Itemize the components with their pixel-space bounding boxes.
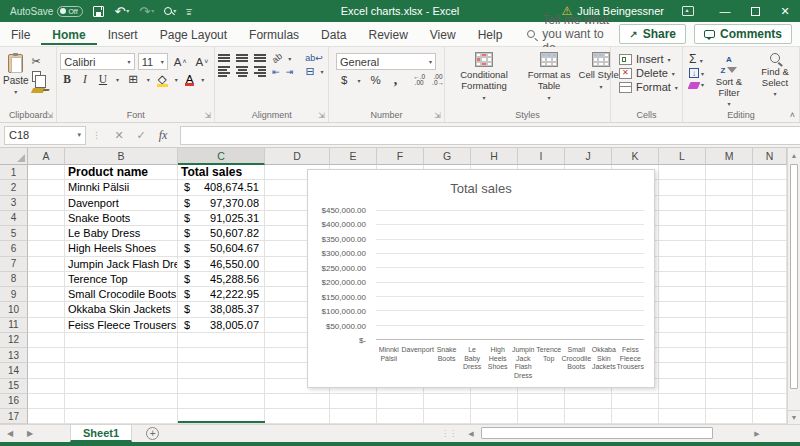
cell-N2[interactable] bbox=[753, 180, 787, 195]
number-format-select[interactable]: General ▾ bbox=[336, 53, 436, 70]
cell-D17[interactable] bbox=[265, 409, 330, 424]
paste-button[interactable]: Paste ▾ bbox=[3, 51, 29, 107]
cell-C5[interactable]: $50,607.82 bbox=[178, 226, 265, 241]
column-header-C[interactable]: C bbox=[178, 148, 265, 165]
cell-M1[interactable] bbox=[706, 165, 753, 180]
cell-L12[interactable] bbox=[659, 333, 706, 348]
cell-B15[interactable] bbox=[65, 379, 178, 394]
cell-A9[interactable] bbox=[28, 287, 65, 302]
cell-M16[interactable] bbox=[706, 394, 753, 409]
row-header-10[interactable]: 10 bbox=[0, 302, 28, 317]
find-select-button[interactable]: Find & Select ▾ bbox=[754, 52, 796, 107]
cell-M6[interactable] bbox=[706, 241, 753, 256]
chevron-down-icon[interactable]: ▾ bbox=[116, 76, 119, 83]
cell-C12[interactable] bbox=[178, 333, 265, 348]
cell-A5[interactable] bbox=[28, 226, 65, 241]
cell-I16[interactable] bbox=[518, 394, 565, 409]
cell-M10[interactable] bbox=[706, 302, 753, 317]
cell-L14[interactable] bbox=[659, 363, 706, 378]
chevron-down-icon[interactable]: ▾ bbox=[147, 76, 150, 83]
cell-B12[interactable] bbox=[65, 333, 178, 348]
undo-button[interactable]: ↶▾ bbox=[114, 5, 129, 18]
cell-G16[interactable] bbox=[424, 394, 471, 409]
cell-B7[interactable]: Jumpin Jack Flash Dress bbox=[65, 257, 178, 272]
chevron-down-icon[interactable]: ▾ bbox=[201, 76, 204, 83]
align-left-button[interactable] bbox=[218, 66, 230, 76]
comma-style-button[interactable]: , bbox=[391, 72, 401, 88]
cell-C6[interactable]: $50,604.67 bbox=[178, 241, 265, 256]
insert-function-button[interactable]: fx bbox=[152, 128, 174, 143]
cell-C2[interactable]: $408,674.51 bbox=[178, 180, 265, 195]
cell-N17[interactable] bbox=[753, 409, 787, 424]
maximize-button[interactable] bbox=[740, 0, 770, 22]
dialog-launcher-icon[interactable]: ⇲ bbox=[434, 111, 441, 120]
row-header-7[interactable]: 7 bbox=[0, 257, 28, 272]
cell-N16[interactable] bbox=[753, 394, 787, 409]
cell-I17[interactable] bbox=[518, 409, 565, 424]
cell-M9[interactable] bbox=[706, 287, 753, 302]
enter-entry-button[interactable]: ✓ bbox=[130, 129, 152, 142]
column-header-K[interactable]: K bbox=[612, 148, 659, 165]
row-header-12[interactable]: 12 bbox=[0, 333, 28, 348]
cell-M14[interactable] bbox=[706, 363, 753, 378]
cell-J16[interactable] bbox=[565, 394, 612, 409]
cell-A2[interactable] bbox=[28, 180, 65, 195]
cell-C8[interactable]: $45,288.56 bbox=[178, 272, 265, 287]
dialog-launcher-icon[interactable]: ⇲ bbox=[205, 111, 212, 120]
cell-B3[interactable]: Davenport bbox=[65, 196, 178, 211]
increase-decimal-button[interactable] bbox=[413, 74, 425, 86]
cell-M7[interactable] bbox=[706, 257, 753, 272]
wrap-text-button[interactable]: ab↩ bbox=[305, 53, 323, 63]
cell-L2[interactable] bbox=[659, 180, 706, 195]
orientation-button[interactable]: ab bbox=[270, 51, 284, 65]
chevron-down-icon[interactable]: ▾ bbox=[288, 55, 291, 62]
tab-page-layout[interactable]: Page Layout bbox=[149, 24, 238, 45]
cell-A14[interactable] bbox=[28, 363, 65, 378]
cell-N3[interactable] bbox=[753, 196, 787, 211]
cell-N5[interactable] bbox=[753, 226, 787, 241]
borders-button[interactable]: ⊞ bbox=[125, 72, 141, 86]
cell-C7[interactable]: $46,550.00 bbox=[178, 257, 265, 272]
cell-C10[interactable]: $38,085.37 bbox=[178, 302, 265, 317]
cell-D16[interactable] bbox=[265, 394, 330, 409]
tab-file[interactable]: File bbox=[0, 24, 41, 45]
cell-A15[interactable] bbox=[28, 379, 65, 394]
cell-C13[interactable] bbox=[178, 348, 265, 363]
decrease-indent-button[interactable]: ⇤ bbox=[272, 67, 280, 77]
formula-input[interactable] bbox=[180, 126, 800, 145]
redo-button[interactable]: ↷▾ bbox=[139, 5, 154, 18]
row-header-1[interactable]: 1 bbox=[0, 165, 28, 180]
cell-L13[interactable] bbox=[659, 348, 706, 363]
cell-K17[interactable] bbox=[612, 409, 659, 424]
cell-E16[interactable] bbox=[330, 394, 377, 409]
vertical-scrollbar[interactable]: ▲ ▼ bbox=[787, 148, 800, 424]
column-header-H[interactable]: H bbox=[471, 148, 518, 165]
dialog-launcher-icon[interactable]: ⇲ bbox=[47, 111, 54, 120]
add-sheet-button[interactable]: + bbox=[146, 427, 159, 440]
cell-H16[interactable] bbox=[471, 394, 518, 409]
cell-B1[interactable]: Product name bbox=[65, 165, 178, 180]
cell-M3[interactable] bbox=[706, 196, 753, 211]
cell-C16[interactable] bbox=[178, 394, 265, 409]
fill-button[interactable]: ↓▾ bbox=[689, 68, 704, 78]
cell-M8[interactable] bbox=[706, 272, 753, 287]
cell-N15[interactable] bbox=[753, 379, 787, 394]
column-header-L[interactable]: L bbox=[659, 148, 706, 165]
row-header-2[interactable]: 2 bbox=[0, 180, 28, 195]
cell-B6[interactable]: High Heels Shoes bbox=[65, 241, 178, 256]
save-button[interactable] bbox=[93, 6, 104, 17]
cell-B11[interactable]: Feiss Fleece Trousers bbox=[65, 318, 178, 333]
cell-N12[interactable] bbox=[753, 333, 787, 348]
tab-review[interactable]: Review bbox=[357, 24, 418, 45]
cell-N1[interactable] bbox=[753, 165, 787, 180]
cell-B10[interactable]: Okkaba Skin Jackets bbox=[65, 302, 178, 317]
row-header-11[interactable]: 11 bbox=[0, 318, 28, 333]
column-header-D[interactable]: D bbox=[265, 148, 330, 165]
cell-F17[interactable] bbox=[377, 409, 424, 424]
format-as-table-button[interactable]: Format as Table ▾ bbox=[520, 52, 578, 104]
font-size-select[interactable]: 11 ▾ bbox=[138, 53, 168, 70]
cell-L7[interactable] bbox=[659, 257, 706, 272]
cell-M5[interactable] bbox=[706, 226, 753, 241]
cell-M4[interactable] bbox=[706, 211, 753, 226]
row-header-17[interactable]: 17 bbox=[0, 409, 28, 424]
